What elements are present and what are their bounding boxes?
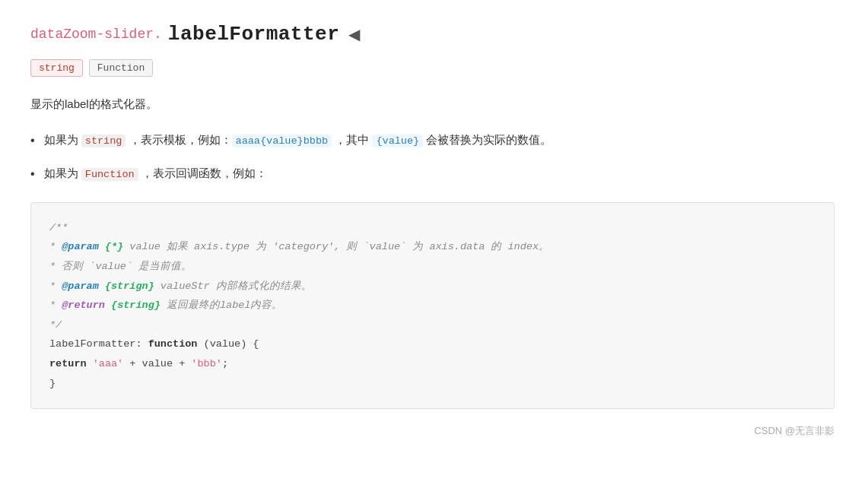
page-title: dataZoom-slider. labelFormatter ◀ xyxy=(30,23,835,46)
inline-code-string: string xyxy=(81,135,126,147)
description: 显示的label的格式化器。 xyxy=(30,94,835,114)
bullet-list: • 如果为 string ，表示模板，例如：aaaa{value}bbbb ，其… xyxy=(30,129,835,185)
inline-code-function: Function xyxy=(81,168,138,181)
bullet-content-2: 如果为 Function ，表示回调函数，例如： xyxy=(44,163,267,184)
bullet-dot: • xyxy=(30,130,35,152)
inline-code-template: aaaa{value}bbbb xyxy=(232,135,332,147)
badge-string: string xyxy=(30,59,83,77)
bullet-dot: • xyxy=(30,163,35,185)
code-comment-close: */ xyxy=(49,315,816,335)
title-main: labelFormatter xyxy=(168,23,339,46)
code-comment-open: /** xyxy=(49,218,816,238)
bullet-content-1: 如果为 string ，表示模板，例如：aaaa{value}bbbb ，其中 … xyxy=(44,129,552,151)
code-line3: * @param {strign} valueStr 内部格式化的结果。 xyxy=(49,277,816,296)
inline-code-value: {value} xyxy=(372,135,423,147)
list-item: • 如果为 Function ，表示回调函数，例如： xyxy=(30,163,835,185)
footer: CSDN @无言非影 xyxy=(30,424,835,438)
title-arrow: ◀ xyxy=(348,25,360,43)
code-line1: * @param {*} value 如果 axis.type 为 'categ… xyxy=(49,237,816,257)
code-line4: * @return {string} 返回最终的label内容。 xyxy=(49,296,816,315)
badge-function: Function xyxy=(89,59,153,77)
type-badges: string Function xyxy=(30,59,835,77)
code-func-line: labelFormatter: function (value) { xyxy=(49,334,816,354)
title-prefix: dataZoom-slider. xyxy=(30,27,162,42)
code-line2: * 否则 `value` 是当前值。 xyxy=(49,257,816,277)
footer-label: CSDN @无言非影 xyxy=(754,425,835,436)
code-block: /** * @param {*} value 如果 axis.type 为 'c… xyxy=(30,202,835,410)
list-item: • 如果为 string ，表示模板，例如：aaaa{value}bbbb ，其… xyxy=(30,129,835,152)
code-close-brace: } xyxy=(49,374,816,394)
code-return-line: return 'aaa' + value + 'bbb'; xyxy=(49,354,816,374)
